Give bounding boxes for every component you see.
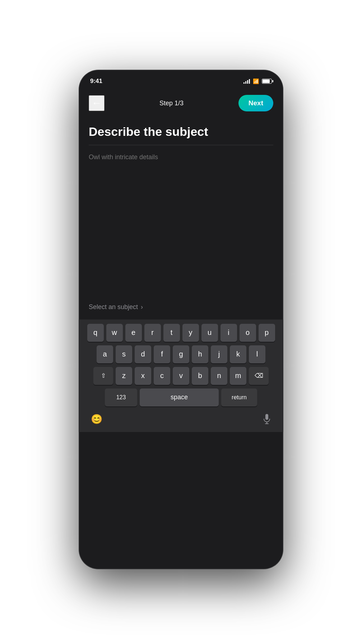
keyboard-row-3: ⇧ z x c v b n m ⌫ (81, 367, 281, 385)
key-y[interactable]: y (182, 324, 199, 342)
content-area: Describe the subject (79, 117, 283, 298)
keyboard-bottom-bar: 😊 (81, 410, 281, 432)
delete-key[interactable]: ⌫ (249, 367, 269, 385)
battery-icon (262, 79, 272, 84)
key-a[interactable]: a (97, 345, 113, 363)
key-t[interactable]: t (163, 324, 180, 342)
back-arrow-icon: ← (92, 97, 102, 109)
keyboard-row-bottom: 123 space return (81, 388, 281, 406)
signal-icon (243, 79, 250, 84)
nav-bar: ← Step 1/3 Next (79, 89, 283, 117)
key-v[interactable]: v (173, 367, 189, 385)
return-key[interactable]: return (221, 388, 257, 406)
describe-heading: Describe the subject (89, 124, 273, 139)
step-label: Step 1/3 (159, 100, 184, 107)
phone-container: 9:41 📶 ← Step 1/3 Next Describe the subj… (79, 70, 283, 569)
key-w[interactable]: w (106, 324, 123, 342)
page-title: Select Style (119, 29, 243, 55)
svg-rect-0 (265, 414, 268, 420)
key-u[interactable]: u (201, 324, 218, 342)
key-j[interactable]: j (211, 345, 227, 363)
key-i[interactable]: i (221, 324, 237, 342)
key-z[interactable]: z (116, 367, 132, 385)
wifi-icon: 📶 (253, 78, 259, 84)
shift-key[interactable]: ⇧ (93, 367, 113, 385)
key-123[interactable]: 123 (105, 388, 137, 406)
status-bar: 9:41 📶 (79, 70, 283, 88)
key-b[interactable]: b (192, 367, 208, 385)
key-r[interactable]: r (144, 324, 161, 342)
key-p[interactable]: p (259, 324, 275, 342)
key-f[interactable]: f (154, 345, 170, 363)
back-button[interactable]: ← (89, 95, 105, 111)
key-s[interactable]: s (116, 345, 132, 363)
key-h[interactable]: h (192, 345, 208, 363)
select-subject-row[interactable]: Select an subject › (79, 298, 283, 317)
key-c[interactable]: c (154, 367, 170, 385)
status-time: 9:41 (90, 78, 102, 85)
divider (89, 145, 273, 145)
key-q[interactable]: q (87, 324, 104, 342)
key-d[interactable]: d (135, 345, 151, 363)
key-g[interactable]: g (173, 345, 189, 363)
microphone-icon (263, 414, 271, 424)
subject-input[interactable] (89, 152, 273, 296)
key-m[interactable]: m (230, 367, 246, 385)
key-e[interactable]: e (125, 324, 142, 342)
keyboard-row-1: q w e r t y u i o p (81, 324, 281, 342)
keyboard: q w e r t y u i o p a s d f g h j k l ⇧ … (79, 319, 283, 432)
key-o[interactable]: o (240, 324, 256, 342)
select-subject-label: Select an subject (89, 303, 138, 311)
key-l[interactable]: l (249, 345, 265, 363)
space-key[interactable]: space (140, 388, 219, 406)
keyboard-row-2: a s d f g h j k l (81, 345, 281, 363)
status-icons: 📶 (243, 78, 272, 84)
key-n[interactable]: n (211, 367, 227, 385)
key-x[interactable]: x (135, 367, 151, 385)
next-button[interactable]: Next (238, 95, 273, 111)
mic-button[interactable] (263, 414, 271, 424)
emoji-button[interactable]: 😊 (91, 414, 102, 425)
chevron-right-icon: › (141, 303, 143, 311)
key-k[interactable]: k (230, 345, 246, 363)
